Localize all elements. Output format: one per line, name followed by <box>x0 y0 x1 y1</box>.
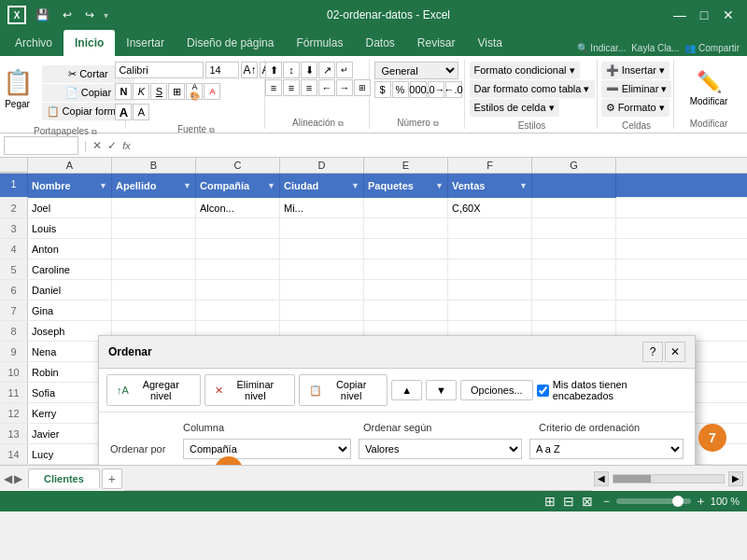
italic-btn[interactable]: K <box>133 83 149 100</box>
cell-c5[interactable] <box>196 259 280 279</box>
bold-btn[interactable]: N <box>115 83 132 100</box>
order-by-sort-select[interactable]: Valores Color de celda Color de fuente <box>359 439 522 459</box>
decrease-decimal-btn[interactable]: ←.0 <box>445 81 462 98</box>
cell-b7[interactable] <box>112 301 196 320</box>
align-left-btn[interactable]: ≡ <box>265 79 282 96</box>
cell-b6[interactable] <box>112 280 196 300</box>
tab-formulas[interactable]: Fórmulas <box>285 30 354 56</box>
col-header-b[interactable]: B <box>112 158 196 173</box>
fill-btn[interactable]: A🎨 <box>186 83 203 100</box>
tab-insertar[interactable]: Insertar <box>115 30 176 56</box>
increase-decimal-btn[interactable]: .0→ <box>428 81 444 98</box>
currency-btn[interactable]: $ <box>374 81 391 98</box>
align-bottom-btn[interactable]: ⬇ <box>301 62 317 78</box>
font-color-btn[interactable]: A <box>204 83 220 100</box>
cell-c1[interactable]: Compañía▼ <box>196 174 280 198</box>
cell-a1[interactable]: Nombre▼ <box>28 174 112 198</box>
font-name-input[interactable] <box>115 62 204 78</box>
cell-g2[interactable] <box>532 198 616 217</box>
scroll-tabs-left-btn[interactable]: ◀ <box>4 472 12 485</box>
wrap-btn[interactable]: ↵ <box>336 62 353 78</box>
col-header-c[interactable]: C <box>196 158 280 173</box>
cell-f5[interactable] <box>448 259 532 279</box>
delete-cell-btn[interactable]: ➖ Eliminar ▾ <box>601 80 672 98</box>
num-format-select[interactable]: General <box>374 62 458 79</box>
zoom-in-btn[interactable]: ＋ <box>695 493 707 510</box>
remove-level-btn[interactable]: ✕ Eliminar nivel <box>204 374 295 406</box>
decrease-indent-btn[interactable]: ← <box>318 79 335 96</box>
font-size-a2-btn[interactable]: A <box>133 104 149 120</box>
close-btn[interactable]: ✕ <box>717 4 740 26</box>
order-by-criteria-select[interactable]: A a Z Z a A Lista personalizada... <box>529 439 684 459</box>
cell-f1[interactable]: Ventas▼ <box>448 174 532 198</box>
cell-e2[interactable] <box>364 198 448 217</box>
cell-d4[interactable] <box>280 239 364 259</box>
cell-d7[interactable] <box>280 301 364 320</box>
cell-e4[interactable] <box>364 239 448 259</box>
tab-datos[interactable]: Datos <box>354 30 405 56</box>
thousands-btn[interactable]: 000 <box>410 81 427 98</box>
merge-btn[interactable]: ⊞ <box>354 79 371 96</box>
redo-qat-btn[interactable]: ↪ <box>81 7 98 23</box>
zoom-out-btn[interactable]: － <box>600 493 613 510</box>
underline-btn[interactable]: S <box>150 83 167 100</box>
col-header-f[interactable]: F <box>448 158 532 173</box>
font-size-a-btn[interactable]: A <box>115 104 132 120</box>
cell-g1[interactable] <box>532 174 616 198</box>
cell-a5[interactable]: Caroline <box>28 259 112 279</box>
col-header-e[interactable]: E <box>364 158 448 173</box>
cell-b5[interactable] <box>112 259 196 279</box>
align-right-btn[interactable]: ≡ <box>301 79 317 96</box>
format-cell-btn[interactable]: ⚙ Formato ▾ <box>601 99 669 117</box>
cell-styles-btn[interactable]: Estilos de celda ▾ <box>470 99 559 117</box>
cell-b1[interactable]: Apellido▼ <box>112 174 196 198</box>
align-middle-btn[interactable]: ↕ <box>283 62 300 78</box>
view-normal-btn[interactable]: ⊞ <box>544 494 556 509</box>
zoom-slider[interactable] <box>616 498 691 504</box>
cell-g5[interactable] <box>532 259 616 279</box>
cell-e6[interactable] <box>364 280 448 300</box>
cell-d6[interactable] <box>280 280 364 300</box>
cell-c2[interactable]: Alcon... <box>196 198 280 217</box>
col-header-g[interactable]: G <box>532 158 616 173</box>
cell-e1[interactable]: Paquetes▼ <box>364 174 448 198</box>
cell-e5[interactable] <box>364 259 448 279</box>
tab-vista[interactable]: Vista <box>467 30 514 56</box>
cell-g3[interactable] <box>532 218 616 238</box>
tab-diseno[interactable]: Diseño de página <box>176 30 285 56</box>
dialog-close-btn[interactable]: ✕ <box>665 342 685 362</box>
scroll-tabs-right-btn[interactable]: ▶ <box>14 472 22 485</box>
cell-f4[interactable] <box>448 239 532 259</box>
cell-g6[interactable] <box>532 280 616 300</box>
col-header-a[interactable]: A <box>28 158 112 173</box>
save-qat-btn[interactable]: 💾 <box>32 7 53 23</box>
cell-a6[interactable]: Daniel <box>28 280 112 300</box>
orient-btn[interactable]: ↗ <box>318 62 335 78</box>
cell-a4[interactable]: Anton <box>28 239 112 259</box>
copy-level-btn[interactable]: 📋 Copiar nivel <box>299 374 388 406</box>
cell-c7[interactable] <box>196 301 280 320</box>
confirm-icon[interactable]: ✓ <box>107 139 117 152</box>
name-box[interactable] <box>4 136 78 155</box>
increase-indent-btn[interactable]: → <box>336 79 353 96</box>
formula-input[interactable] <box>138 136 743 155</box>
cell-g4[interactable] <box>532 239 616 259</box>
order-by-col-select[interactable]: Compañía Nombre Apellido Ciudad Paquetes… <box>183 439 351 459</box>
cell-b4[interactable] <box>112 239 196 259</box>
conditional-format-btn[interactable]: Formato condicional ▾ <box>470 62 580 79</box>
undo-qat-btn[interactable]: ↩ <box>59 7 76 23</box>
cell-f3[interactable] <box>448 218 532 238</box>
minimize-btn[interactable]: — <box>669 4 691 26</box>
dialog-help-btn[interactable]: ? <box>642 342 663 362</box>
insert-cell-btn[interactable]: ➕ Insertar ▾ <box>601 62 669 79</box>
cell-g7[interactable] <box>532 301 616 320</box>
border-btn[interactable]: ⊞ <box>168 83 185 100</box>
tab-archivo[interactable]: Archivo <box>4 30 63 56</box>
cell-f2[interactable]: C,60X <box>448 198 532 217</box>
cell-c3[interactable] <box>196 218 280 238</box>
move-up-btn[interactable]: ▲ <box>391 380 422 400</box>
cell-d5[interactable] <box>280 259 364 279</box>
col-header-d[interactable]: D <box>280 158 364 173</box>
cell-a3[interactable]: Louis <box>28 218 112 238</box>
tab-inicio[interactable]: Inicio <box>63 30 115 56</box>
